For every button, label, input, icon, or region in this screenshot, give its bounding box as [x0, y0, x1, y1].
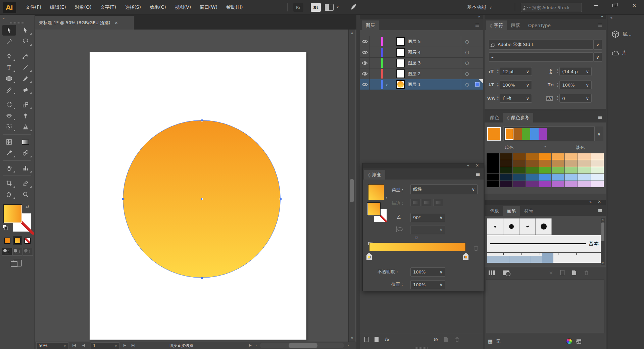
brush-dot-small[interactable]: [487, 218, 503, 235]
hscroll-right-icon[interactable]: ›: [347, 343, 349, 348]
layers-panel-menu-icon[interactable]: ≡: [475, 21, 480, 28]
tab-color-guide[interactable]: ◊ 颜色参考: [503, 113, 533, 122]
menu-help[interactable]: 帮助(H): [226, 4, 243, 10]
menu-view[interactable]: 视图(V): [175, 4, 191, 10]
color-swatch[interactable]: [505, 128, 513, 140]
anchor-right[interactable]: [280, 198, 282, 200]
lock-cell[interactable]: [370, 79, 381, 90]
color-swatch[interactable]: [565, 181, 578, 187]
tab-swatches[interactable]: 色板: [486, 206, 503, 216]
arrange-documents-icon[interactable]: [325, 4, 334, 11]
brushes-titlebar[interactable]: « ×: [485, 200, 606, 205]
hand-tool[interactable]: [2, 189, 16, 200]
gradient-preset-chevron[interactable]: ▾: [386, 196, 387, 199]
layer-thumbnail[interactable]: [396, 48, 405, 57]
color-swatch[interactable]: [530, 128, 539, 140]
close-panel-icon[interactable]: ×: [598, 199, 601, 204]
color-swatch[interactable]: [565, 174, 578, 180]
eyedropper-tool[interactable]: [2, 148, 16, 158]
harmony-strip[interactable]: [503, 127, 595, 141]
tab-opentype[interactable]: OpenType: [524, 20, 555, 30]
visibility-toggle[interactable]: [360, 36, 370, 47]
draw-behind-button[interactable]: [12, 248, 22, 256]
stock-button[interactable]: St: [311, 3, 321, 12]
layer-row-selected[interactable]: › 图层 1 ○: [360, 79, 483, 90]
current-color-swatch[interactable]: [487, 127, 501, 141]
color-swatch[interactable]: [500, 167, 512, 173]
libraries-panel-button[interactable]: 库: [607, 46, 644, 60]
brushes-panel-menu-icon[interactable]: ≡: [598, 207, 602, 214]
canvas-area[interactable]: ∧ ∨: [35, 30, 356, 342]
layer-thumbnail[interactable]: [396, 80, 405, 89]
gradient-fill-proxy[interactable]: [367, 203, 380, 215]
layer-name[interactable]: 图层 4: [408, 49, 420, 55]
vscroll-thumb[interactable]: [350, 179, 354, 202]
minimize-button[interactable]: [588, 0, 604, 11]
tab-color[interactable]: 颜色: [486, 113, 503, 122]
blend-tool[interactable]: [19, 148, 33, 158]
tracking-stepper[interactable]: ∧∨: [557, 96, 558, 101]
new-stroke-icon[interactable]: [364, 337, 368, 342]
color-swatch[interactable]: [539, 153, 552, 160]
layer-thumbnail[interactable]: [396, 37, 405, 46]
lock-cell[interactable]: [370, 68, 381, 79]
selection-tool[interactable]: [2, 25, 16, 36]
color-swatch[interactable]: [539, 160, 552, 166]
zoom-level-select[interactable]: 50% ∨: [36, 342, 68, 349]
font-style-field[interactable]: –: [489, 52, 593, 62]
bridge-button[interactable]: Br: [293, 3, 303, 12]
color-swatch[interactable]: [539, 174, 552, 180]
duplicate-item-icon[interactable]: [444, 337, 449, 342]
lock-cell[interactable]: [370, 36, 381, 47]
line-segment-tool[interactable]: [19, 62, 33, 73]
tracking-field[interactable]: 0∨: [559, 94, 592, 103]
color-swatch[interactable]: [526, 174, 539, 180]
new-swatch-icon[interactable]: [576, 339, 582, 344]
menu-window[interactable]: 窗口(W): [200, 4, 217, 10]
close-panel-icon[interactable]: ×: [476, 163, 479, 168]
artboard-number-field[interactable]: 1 ∨: [91, 342, 119, 349]
clear-appearance-icon[interactable]: ⊘: [434, 336, 438, 343]
scroll-up-icon[interactable]: ∧: [601, 218, 605, 221]
tab-layers[interactable]: 图层: [362, 20, 379, 30]
color-swatch[interactable]: [500, 174, 512, 180]
color-swatch[interactable]: [552, 153, 564, 160]
gradient-angle-field[interactable]: 90° ∨: [410, 213, 445, 222]
color-swatch[interactable]: [565, 160, 578, 166]
kerning-stepper[interactable]: ∧∨: [497, 96, 499, 101]
color-swatch[interactable]: [526, 181, 539, 187]
color-button[interactable]: [3, 236, 12, 245]
symbol-sprayer-tool[interactable]: [2, 163, 16, 173]
restore-button[interactable]: [606, 0, 622, 11]
kerning-field[interactable]: 自动∨: [500, 94, 532, 103]
color-swatch[interactable]: [526, 153, 539, 160]
color-swatch[interactable]: [526, 167, 539, 173]
slice-tool[interactable]: [19, 178, 33, 189]
scroll-thumb[interactable]: [601, 222, 604, 241]
rotate-tool[interactable]: [2, 99, 16, 110]
color-swatch[interactable]: [513, 181, 526, 187]
brush-dot-large[interactable]: [536, 218, 552, 235]
layer-target-icon[interactable]: ○: [465, 82, 469, 87]
swap-fill-stroke-icon[interactable]: ⇄: [26, 204, 29, 209]
brush-dot-medium[interactable]: [503, 218, 519, 235]
color-swatch[interactable]: [513, 153, 526, 160]
shaper-tool[interactable]: [2, 84, 16, 95]
scroll-down-icon[interactable]: ∨: [349, 336, 355, 340]
vscale-stepper[interactable]: ∧∨: [497, 83, 499, 87]
canvas-vertical-scrollbar[interactable]: ∧ ∨: [348, 30, 355, 342]
direct-selection-tool[interactable]: [19, 25, 33, 36]
hscale-stepper[interactable]: ∧∨: [557, 83, 558, 87]
scroll-down-icon[interactable]: ∨: [601, 261, 605, 265]
toolbar-collapse[interactable]: «: [0, 15, 35, 21]
draw-inside-button[interactable]: [23, 248, 33, 256]
color-swatch[interactable]: [487, 174, 499, 180]
gradient-titlebar[interactable]: « ×: [363, 163, 484, 168]
harmony-rules-chevron[interactable]: ∨: [595, 127, 603, 141]
swatch-kind-icon[interactable]: ▦: [488, 338, 493, 344]
layer-row[interactable]: 图层 4 ○: [360, 47, 483, 58]
menu-select[interactable]: 选择(S): [125, 4, 141, 10]
character-panel-menu-icon[interactable]: ≡: [598, 21, 602, 28]
gradient-tool[interactable]: [19, 137, 33, 147]
search-input[interactable]: [532, 5, 576, 10]
